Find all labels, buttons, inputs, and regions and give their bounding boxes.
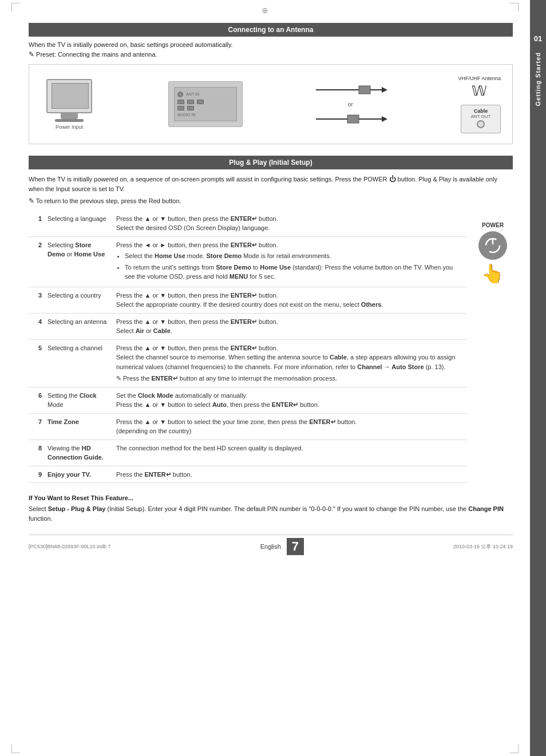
step-3-num: 3 <box>29 287 45 313</box>
table-row: 5 Selecting a channel Press the ▲ or ▼ b… <box>29 339 467 387</box>
corner-mark-bl <box>11 745 20 753</box>
power-input-label: Power Input <box>56 124 83 130</box>
antenna-icon: 𝕎 <box>472 83 487 99</box>
step-7-title: Time Zone <box>45 413 113 440</box>
step-5-note: ✎ Press the ENTER↵ button at any time to… <box>116 374 464 383</box>
step-9-desc: Press the ENTER↵ button. <box>113 466 467 483</box>
pencil-icon-plug: ✎ <box>29 197 34 205</box>
footer-page-area: English 7 <box>260 538 304 555</box>
cable-label: Cable <box>474 108 488 114</box>
cable-cable-svg <box>313 110 387 128</box>
step-3-title: Selecting a country <box>45 287 113 313</box>
ant-circle <box>477 120 485 128</box>
step-2-num: 2 <box>29 236 45 287</box>
step-4-num: 4 <box>29 313 45 339</box>
tv-body <box>46 79 92 113</box>
chapter-title: Getting Started <box>535 52 541 106</box>
ant-out-label: ANT OUT <box>471 114 491 119</box>
step-6-num: 6 <box>29 387 45 413</box>
vhf-antenna-group: VHF/UHF Antenna 𝕎 <box>458 76 501 99</box>
step-1-num: 1 <box>29 211 45 237</box>
table-row: 1 Selecting a language Press the ▲ or ▼ … <box>29 211 467 237</box>
reset-section: If You Want to Reset This Feature... Sel… <box>29 494 513 523</box>
step-8-title: Viewing the HD Connection Guide. <box>45 440 113 466</box>
table-row: 2 Selecting Store Demo or Home Use Press… <box>29 236 467 287</box>
antenna-section: Connecting to an Antenna When the TV is … <box>29 23 513 144</box>
svg-marker-7 <box>382 116 387 122</box>
tv-screen <box>52 83 89 109</box>
side-tab: 01 Getting Started <box>530 0 546 756</box>
vhf-label: VHF/UHF Antenna <box>458 76 501 81</box>
step-4-title: Selecting an antenna <box>45 313 113 339</box>
ports-row-3 <box>177 106 194 110</box>
corner-mark-tr <box>510 3 519 11</box>
footer-language: English <box>260 543 281 550</box>
port-5 <box>177 106 184 110</box>
port-2 <box>177 100 184 104</box>
pencil-icon: ✎ <box>29 50 34 58</box>
table-row: 4 Selecting an antenna Press the ▲ or ▼ … <box>29 313 467 339</box>
table-row: 3 Selecting a country Press the ▲ or ▼ b… <box>29 287 467 313</box>
table-row: 9 Enjoy your TV. Press the ENTER↵ button… <box>29 466 467 483</box>
power-image-area: POWER 👆 <box>473 222 513 284</box>
steps-table: 1 Selecting a language Press the ▲ or ▼ … <box>29 211 467 484</box>
page-footer: [PC530]BN68-02693F-00L10.indb 7 English … <box>29 535 513 555</box>
power-circle-icon <box>478 231 507 260</box>
ant-in-label: ANT IN <box>186 92 199 96</box>
step-9-num: 9 <box>29 466 45 483</box>
antenna-diagram: Power Input ANT IN <box>29 64 513 144</box>
steps-container: 1 Selecting a language Press the ▲ or ▼ … <box>29 211 513 484</box>
plug-play-section: Plug & Play (Initial Setup) When the TV … <box>29 156 513 483</box>
footer-date: 2010-03-16 오후 10:24 19 <box>453 543 513 551</box>
cable-connection-area: or <box>313 81 387 128</box>
step-4-desc: Press the ▲ or ▼ button, then press the … <box>113 313 467 339</box>
back-panel-inner: ANT IN AUDIO IN <box>174 87 237 121</box>
footer-file: [PC530]BN68-02693F-00L10.indb 7 <box>29 544 111 549</box>
port-1 <box>177 92 183 97</box>
step-8-num: 8 <box>29 440 45 466</box>
antenna-intro: When the TV is initially powered on, bas… <box>29 41 513 48</box>
port-3 <box>187 100 194 104</box>
red-note: ✎ To return to the previous step, press … <box>29 197 513 205</box>
step-6-desc: Set the Clock Mode automatically or manu… <box>113 387 467 413</box>
hand-icon: 👆 <box>481 263 504 284</box>
step-3-desc: Press the ▲ or ▼ button, then press the … <box>113 287 467 313</box>
antenna-section-header: Connecting to an Antenna <box>29 23 513 37</box>
step-9-title: Enjoy your TV. <box>45 466 113 483</box>
table-row: 8 Viewing the HD Connection Guide. The c… <box>29 440 467 466</box>
step-2-title: Selecting Store Demo or Home Use <box>45 236 113 287</box>
tv-stand <box>61 113 78 119</box>
svg-marker-3 <box>382 87 387 93</box>
step-5-num: 5 <box>29 339 45 387</box>
reset-text: Select Setup - Plug & Play (Initial Setu… <box>29 504 513 523</box>
reset-title: If You Want to Reset This Feature... <box>29 494 513 501</box>
svg-rect-5 <box>347 115 359 123</box>
cable-vhf-svg <box>313 81 387 98</box>
back-panel-area: ANT IN AUDIO IN <box>168 81 243 127</box>
ports-row-2 <box>177 100 204 104</box>
step-8-desc: The connection method for the best HD sc… <box>113 440 467 466</box>
power-symbol-inline: ⏻ <box>389 175 396 183</box>
svg-rect-1 <box>359 86 370 94</box>
table-row: 7 Time Zone Press the ▲ or ▼ button to s… <box>29 413 467 440</box>
preset-note: ✎ Preset: Connecting the mains and anten… <box>29 50 513 58</box>
step-7-num: 7 <box>29 413 45 440</box>
step-1-desc: Press the ▲ or ▼ button, then press the … <box>113 211 467 237</box>
step-5-desc: Press the ▲ or ▼ button, then press the … <box>113 339 467 387</box>
or-label: or <box>348 101 353 108</box>
chapter-number: 01 <box>534 34 542 43</box>
ports-row-1: ANT IN <box>177 92 199 97</box>
power-word-label: POWER <box>482 222 504 228</box>
plug-intro-text: When the TV is initially powered on, a s… <box>29 174 513 194</box>
cable-box: Cable ANT OUT <box>461 105 501 133</box>
top-center-crosshair: ⊕ <box>262 6 268 15</box>
audio-label: AUDIO IN <box>177 113 195 117</box>
back-panel: ANT IN AUDIO IN <box>168 81 243 127</box>
power-icon-svg <box>484 237 501 254</box>
step-1-title: Selecting a language <box>45 211 113 237</box>
step-7-desc: Press the ▲ or ▼ button to select the yo… <box>113 413 467 440</box>
step-2-desc: Press the ◄ or ► button, then press the … <box>113 236 467 287</box>
antenna-right-side: VHF/UHF Antenna 𝕎 Cable ANT OUT <box>458 76 501 133</box>
step-5-title: Selecting a channel <box>45 339 113 387</box>
corner-mark-br <box>510 745 519 753</box>
